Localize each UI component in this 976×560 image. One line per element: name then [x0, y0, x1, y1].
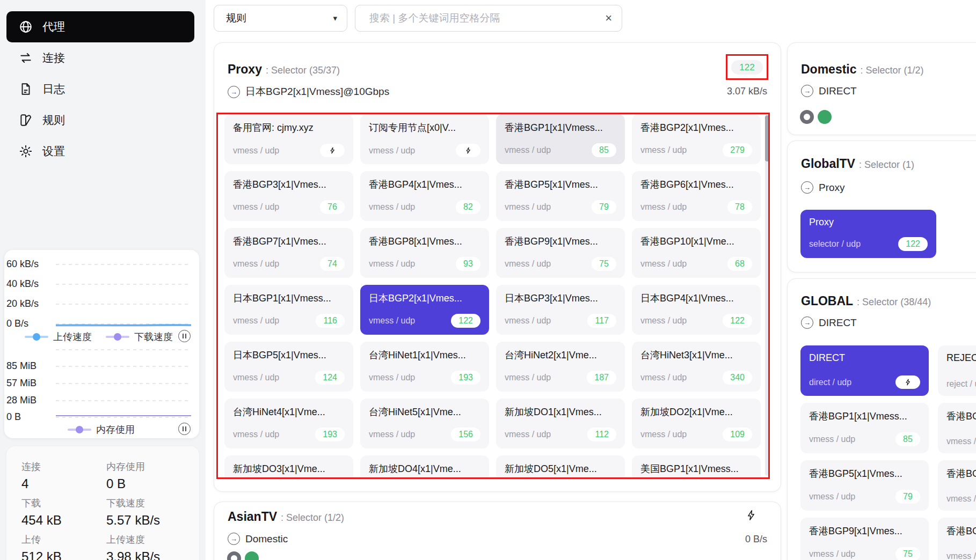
proxy-node-card[interactable]: REJECTreject / udp — [938, 345, 976, 396]
group-type: : Selector (35/37) — [266, 65, 340, 76]
bolt-icon — [456, 144, 480, 157]
sidebar-item-2[interactable]: 连接 — [6, 42, 194, 73]
proxy-node-card[interactable]: 香港BGP8[x1|Vmes...vmess / udp93 — [360, 228, 489, 278]
group-type-select[interactable]: 规则 ▾ — [214, 5, 347, 32]
node-dot-solid[interactable] — [818, 110, 832, 124]
legend-upload[interactable]: 上传速度 — [25, 330, 92, 343]
proxy-node-card[interactable]: 新加坡DO5[x1|Vme...vmess / udp — [496, 455, 625, 478]
proxy-node-card[interactable]: 香港BGP2[x1|Vmes...vmess / udp279 — [632, 114, 761, 164]
proxy-node-card[interactable]: DIRECTdirect / udp — [800, 345, 929, 396]
traffic-ytick: 60 kB/s — [6, 259, 50, 270]
sidebar-item-1[interactable]: 代理 — [6, 11, 194, 42]
proxy-node-card[interactable]: Proxyselector / udp122 — [800, 210, 936, 258]
node-name: 日本BGP3[x1|Vmes... — [505, 292, 616, 305]
proxy-node-card[interactable]: 日本BGP4[x1|Vmes...vmess / udp122 — [632, 285, 761, 335]
group-latency-badge[interactable]: 122 — [731, 60, 762, 75]
sidebar-item-label: 代理 — [42, 19, 65, 34]
proxy-node-card[interactable]: 日本BGP2[x1|Vmes...vmess / udp122 — [360, 285, 489, 335]
node-dot-ring[interactable] — [227, 551, 241, 560]
proxy-node-card[interactable]: 香港BGPvmess / udp — [938, 403, 976, 453]
latency-badge: 75 — [895, 547, 920, 560]
proxy-node-card[interactable]: 香港BGP9[x1|Vmes...vmess / udp75 — [496, 228, 625, 278]
proxy-node-card[interactable]: 新加坡DO2[x1|Vme...vmess / udp109 — [632, 399, 761, 448]
latency-badge: 68 — [727, 257, 752, 271]
legend-memory[interactable]: 内存使用 — [68, 423, 135, 436]
proxy-node-card[interactable]: 香港BGPvmess / udp — [938, 460, 976, 511]
grid-scrollbar[interactable] — [765, 115, 769, 476]
node-meta: vmess / udp68 — [640, 257, 752, 271]
sidebar-item-3[interactable]: 日志 — [6, 73, 194, 105]
node-meta: vmess / udp279 — [640, 143, 752, 157]
proxy-node-card[interactable]: 备用官网: cjmy.xyzvmess / udp — [224, 114, 353, 164]
node-protocol: vmess / udp — [233, 373, 279, 382]
node-meta: vmess / udp85 — [505, 143, 616, 157]
traffic-ytick: 40 kB/s — [6, 278, 50, 290]
clear-search-icon[interactable]: × — [605, 12, 612, 24]
node-meta: vmess / udp193 — [369, 371, 480, 385]
node-meta: vmess / udp82 — [369, 200, 480, 214]
node-dot-ring[interactable] — [800, 110, 814, 124]
latency-badge: 124 — [315, 371, 345, 385]
download-legend-line-icon — [106, 336, 129, 338]
sidebar-item-5[interactable]: 设置 — [6, 136, 194, 167]
proxy-node-card[interactable]: 香港BGP5[x1|Vmes...vmess / udp79 — [496, 171, 625, 221]
proxy-node-card[interactable]: 香港BGP4[x1|Vmes...vmess / udp82 — [360, 171, 489, 221]
proxy-node-card[interactable]: 日本BGP1[x1|Vmess...vmess / udp116 — [224, 285, 353, 335]
proxy-node-card[interactable]: 香港BGP3[x1|Vmes...vmess / udp76 — [224, 171, 353, 221]
node-protocol: vmess / udp — [369, 316, 415, 326]
traffic-pause-button[interactable] — [178, 330, 191, 342]
node-name: 台湾HiNet4[x1|Vme... — [233, 406, 345, 418]
proxy-node-card[interactable]: 新加坡DO4[x1|Vme...vmess / udp — [360, 455, 489, 478]
node-name: DIRECT — [809, 352, 920, 364]
node-dot-solid[interactable] — [245, 551, 259, 560]
node-meta: vmess / udp76 — [233, 200, 345, 214]
proxy-node-card[interactable]: 日本BGP3[x1|Vmes...vmess / udp117 — [496, 285, 625, 335]
domestic-group-title: Domestic: Selector (1/2) — [801, 62, 924, 77]
grid-scrollbar-thumb[interactable] — [765, 115, 769, 161]
node-protocol: vmess / udp — [505, 430, 551, 439]
proxy-node-card[interactable]: 台湾HiNet4[x1|Vme...vmess / udp193 — [224, 399, 353, 448]
proxy-node-card[interactable]: 香港BGP7[x1|Vmes...vmess / udp74 — [224, 228, 353, 278]
group-type: : Selector (1) — [859, 159, 914, 170]
proxy-node-card[interactable]: 新加坡DO1[x1|Vmes...vmess / udp112 — [496, 399, 625, 448]
proxy-node-card[interactable]: 台湾HiNet5[x1|Vme...vmess / udp156 — [360, 399, 489, 448]
latency-badge: 85 — [895, 432, 920, 446]
proxy-node-card[interactable]: 香港BGP5[x1|Vmes...vmess / udp79 — [800, 460, 929, 511]
proxy-node-card[interactable]: 香港BGP6[x1|Vmes...vmess / udp78 — [632, 171, 761, 221]
node-protocol: vmess / udp — [369, 146, 415, 156]
settings-icon — [18, 144, 33, 159]
proxy-node-card[interactable]: 日本BGP5[x1|Vmes...vmess / udp124 — [224, 342, 353, 392]
proxy-node-card[interactable]: 美国BGP1[x1|Vmess...vmess / udp — [632, 455, 761, 478]
proxy-node-card[interactable]: 香港BGP9[x1|Vmes...vmess / udp75 — [800, 518, 929, 560]
legend-download[interactable]: 下载速度 — [106, 330, 173, 343]
node-protocol: selector / udp — [809, 239, 861, 249]
proxy-node-card[interactable]: 台湾HiNet3[x1|Vme...vmess / udp340 — [632, 342, 761, 392]
proxy-node-card[interactable]: 台湾HiNet2[x1|Vme...vmess / udp187 — [496, 342, 625, 392]
node-name: 香港BGP7[x1|Vmes... — [233, 235, 345, 248]
stat-download: 下载 454 kB — [21, 497, 62, 528]
proxy-node-grid-wrap: 备用官网: cjmy.xyzvmess / udp订阅专用节点[x0|V...v… — [224, 114, 765, 478]
memory-pause-button[interactable] — [178, 423, 191, 435]
node-protocol: vmess / udp — [640, 430, 687, 439]
asiantv-group-title: AsianTV: Selector (1/2) — [228, 510, 344, 524]
global-node-grid: DIRECTdirect / udpREJECTreject / udp香港BG… — [800, 345, 976, 560]
proxy-node-card[interactable]: 新加坡DO3[x1|Vme...vmess / udp — [224, 455, 353, 478]
search-input[interactable] — [368, 12, 605, 25]
proxy-node-card[interactable]: 香港BGP1[x1|Vmess...vmess / udp85 — [800, 403, 929, 453]
sidebar-item-label: 日志 — [42, 82, 65, 97]
legend-download-label: 下载速度 — [134, 330, 173, 343]
sidebar-item-4[interactable]: 规则 — [6, 105, 194, 136]
latency-test-bolt-icon[interactable] — [746, 510, 757, 523]
proxy-node-card[interactable]: 台湾HiNet1[x1|Vmes...vmess / udp193 — [360, 342, 489, 392]
node-protocol: vmess / udp — [640, 145, 687, 155]
proxy-node-card[interactable]: 香港BGP10[x1|Vme...vmess / udp68 — [632, 228, 761, 278]
latency-badge: 79 — [895, 490, 920, 504]
app-window: 代理连接日志规则设置 60 kB/s — [0, 0, 976, 560]
globaltv-group-card: GlobalTV: Selector (1) → Proxy Proxysele… — [787, 141, 976, 272]
proxy-node-card[interactable]: 订阅专用节点[x0|V...vmess / udp — [360, 114, 489, 164]
proxy-node-card[interactable]: 香港BGPvmess / udp — [938, 518, 976, 560]
node-meta: vmess / udp — [946, 437, 976, 446]
proxy-node-card[interactable]: 香港BGP1[x1|Vmess...vmess / udp85 — [496, 114, 625, 164]
node-meta: vmess / udp116 — [233, 314, 345, 328]
node-meta: selector / udp122 — [809, 237, 928, 251]
